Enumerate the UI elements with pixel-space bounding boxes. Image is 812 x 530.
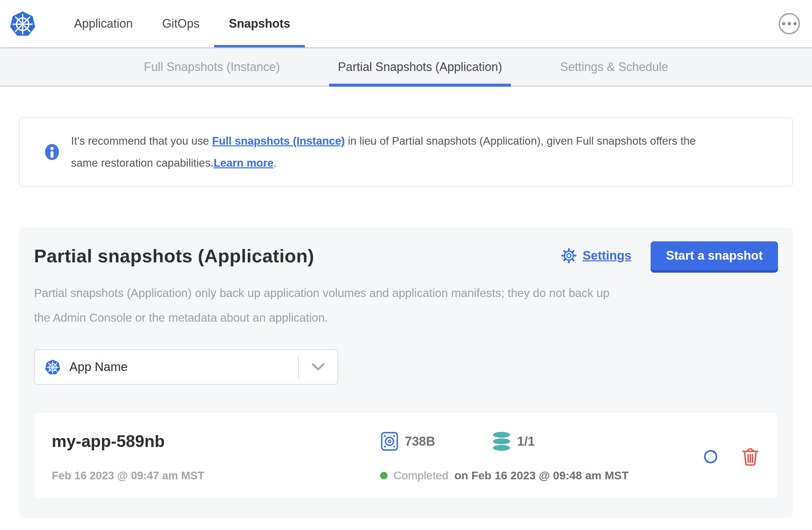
- status-finished-timestamp: on Feb 16 2023 @ 09:48 am MST: [454, 469, 628, 482]
- top-nav-bar: Application GitOps Snapshots: [0, 0, 812, 47]
- snapshot-row: my-app-589nb 738B: [34, 412, 778, 499]
- partial-snapshots-panel: Partial snapshots (Application): [19, 227, 793, 518]
- kubernetes-logo-icon: [9, 10, 36, 38]
- info-icon: [44, 144, 60, 160]
- delete-snapshot-button[interactable]: [742, 447, 759, 466]
- overflow-menu-button[interactable]: [779, 13, 800, 34]
- settings-link[interactable]: Settings: [583, 249, 631, 263]
- status-dot: [380, 472, 388, 479]
- start-snapshot-button[interactable]: Start a snapshot: [651, 241, 778, 270]
- kubernetes-app-icon: [45, 359, 61, 376]
- tab-full-snapshots-instance[interactable]: Full Snapshots (Instance): [136, 48, 288, 86]
- volume-disk-icon: [380, 431, 399, 452]
- primary-nav: Application GitOps Snapshots: [59, 0, 305, 47]
- snapshot-volumes: 1/1: [492, 431, 535, 451]
- restore-snapshot-button[interactable]: [701, 447, 720, 466]
- description-line-1: Partial snapshots (Application) only bac…: [34, 286, 610, 299]
- trash-icon: [742, 447, 759, 466]
- learn-more-link[interactable]: Learn more: [214, 157, 273, 169]
- snapshot-size-value: 738B: [405, 434, 435, 449]
- panel-title: Partial snapshots (Application): [34, 245, 314, 267]
- ellipsis-icon: [782, 22, 797, 25]
- banner-line1-prefix: It’s recommend that you use: [71, 135, 212, 147]
- tab-settings-schedule[interactable]: Settings & Schedule: [552, 48, 676, 86]
- tab-partial-snapshots-application[interactable]: Partial Snapshots (Application): [330, 48, 510, 86]
- snapshot-started-timestamp: Feb 16 2023 @ 09:47 am MST: [52, 469, 380, 482]
- status-label: Completed: [393, 469, 448, 482]
- full-snapshots-instance-link[interactable]: Full snapshots (Instance): [212, 135, 345, 147]
- app-name-dropdown[interactable]: App Name: [34, 349, 338, 385]
- gear-icon: [561, 247, 577, 264]
- nav-item-snapshots[interactable]: Snapshots: [214, 0, 305, 47]
- snapshot-settings[interactable]: Settings: [561, 247, 631, 264]
- banner-line2-suffix: .: [273, 157, 276, 169]
- app-select-value: App Name: [69, 360, 128, 374]
- restore-icon: [701, 447, 720, 466]
- panel-description: Partial snapshots (Application) only bac…: [34, 281, 778, 330]
- database-icon: [492, 431, 511, 451]
- panel-header-actions: Settings Start a snapshot: [561, 241, 778, 270]
- description-line-2: the Admin Console or the metadata about …: [34, 311, 328, 324]
- snapshot-size: 738B: [380, 431, 435, 452]
- snapshot-volumes-value: 1/1: [517, 434, 535, 449]
- chevron-down-icon: [312, 363, 324, 371]
- snapshot-status: Completed on Feb 16 2023 @ 09:48 am MST: [380, 469, 701, 482]
- banner-line1-rest: in lieu of Partial snapshots (Applicatio…: [345, 135, 696, 147]
- snapshot-name: my-app-589nb: [52, 432, 380, 451]
- nav-item-application[interactable]: Application: [59, 0, 147, 47]
- snapshots-subnav: Full Snapshots (Instance) Partial Snapsh…: [0, 47, 812, 87]
- banner-text: It’s recommend that you use Full snapsho…: [71, 130, 696, 174]
- panel-header: Partial snapshots (Application): [34, 241, 778, 271]
- snapshot-actions: [701, 447, 759, 466]
- banner-line2-text: same restoration capabilities.: [71, 157, 214, 169]
- snapshot-meta: 738B 1/1: [380, 431, 701, 452]
- nav-item-gitops[interactable]: GitOps: [147, 0, 214, 47]
- info-banner: It’s recommend that you use Full snapsho…: [19, 117, 793, 187]
- dropdown-chevron-area[interactable]: [299, 363, 337, 371]
